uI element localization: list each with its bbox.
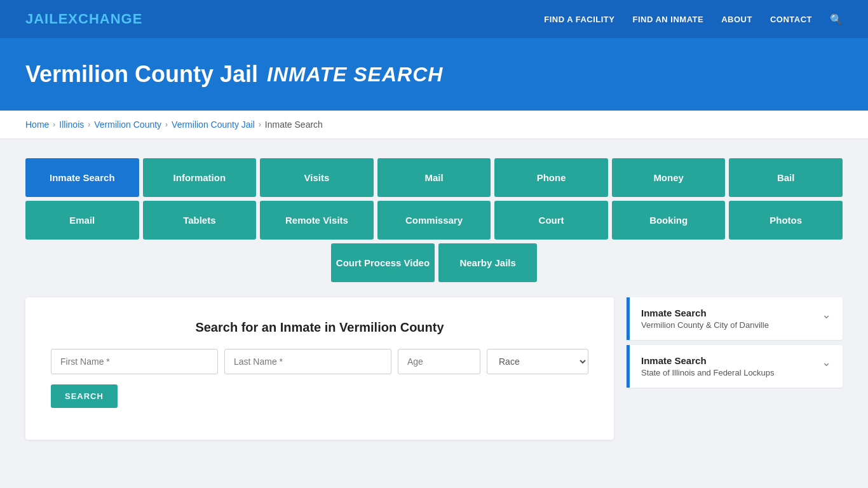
logo-jail: JAIL — [25, 11, 58, 27]
sidebar-item-text-1: Inmate Search Vermilion County & City of… — [641, 308, 769, 330]
nav-btn-photos[interactable]: Photos — [729, 201, 843, 240]
search-card: Search for an Inmate in Vermilion County… — [25, 297, 614, 440]
hero-subtitle-text: INMATE SEARCH — [267, 63, 443, 86]
nav-btn-email[interactable]: Email — [25, 201, 139, 240]
breadcrumb-sep-4: › — [259, 120, 261, 129]
nav-btn-nearby-jails[interactable]: Nearby Jails — [438, 243, 537, 282]
sidebar-item-sub-2: State of Illinois and Federal Lockups — [641, 368, 775, 377]
main-nav: FIND A FACILITY FIND AN INMATE ABOUT CON… — [544, 13, 843, 25]
nav-find-facility[interactable]: FIND A FACILITY — [544, 15, 614, 24]
breadcrumb-sep-1: › — [53, 120, 55, 129]
search-card-title: Search for an Inmate in Vermilion County — [51, 320, 588, 335]
sidebar-item-label-2: Inmate Search — [641, 355, 775, 366]
breadcrumb-inmate-search: Inmate Search — [265, 119, 323, 130]
breadcrumb-illinois[interactable]: Illinois — [59, 119, 84, 130]
nav-row-1: Inmate Search Information Visits Mail Ph… — [25, 158, 843, 197]
search-icon[interactable]: 🔍 — [830, 13, 843, 25]
logo-exchange: EXCHANGE — [58, 11, 143, 27]
hero-section: Vermilion County Jail INMATE SEARCH — [0, 38, 868, 111]
main-content: Inmate Search Information Visits Mail Ph… — [0, 139, 868, 459]
hero-title: Vermilion County Jail INMATE SEARCH — [25, 61, 843, 88]
nav-btn-commissary[interactable]: Commissary — [377, 201, 491, 240]
nav-btn-money[interactable]: Money — [612, 158, 726, 197]
nav-btn-court-process-video[interactable]: Court Process Video — [331, 243, 435, 282]
nav-btn-visits[interactable]: Visits — [260, 158, 374, 197]
nav-btn-court[interactable]: Court — [494, 201, 608, 240]
breadcrumb-sep-3: › — [165, 120, 168, 129]
sidebar-item-1[interactable]: Inmate Search Vermilion County & City of… — [627, 297, 843, 340]
nav-contact[interactable]: CONTACT — [770, 15, 812, 24]
nav-btn-phone[interactable]: Phone — [494, 158, 608, 197]
sidebar-item-2[interactable]: Inmate Search State of Illinois and Fede… — [627, 345, 843, 388]
nav-btn-mail[interactable]: Mail — [377, 158, 491, 197]
nav-btn-booking[interactable]: Booking — [612, 201, 726, 240]
nav-row-2: Email Tablets Remote Visits Commissary C… — [25, 201, 843, 240]
sidebar: Inmate Search Vermilion County & City of… — [627, 297, 843, 393]
nav-btn-tablets[interactable]: Tablets — [143, 201, 257, 240]
last-name-input[interactable] — [224, 349, 391, 374]
nav-btn-information[interactable]: Information — [143, 158, 257, 197]
age-input[interactable] — [398, 349, 480, 374]
search-form: Race White Black Hispanic Asian Other — [51, 349, 588, 374]
chevron-down-icon-1: ⌄ — [822, 308, 831, 322]
breadcrumb: Home › Illinois › Vermilion County › Ver… — [25, 119, 843, 130]
nav-about[interactable]: ABOUT — [721, 15, 752, 24]
nav-find-inmate[interactable]: FIND AN INMATE — [632, 15, 703, 24]
logo[interactable]: JAILEXCHANGE — [25, 11, 142, 27]
breadcrumb-vermilion-county[interactable]: Vermilion County — [94, 119, 161, 130]
header: JAILEXCHANGE FIND A FACILITY FIND AN INM… — [0, 0, 868, 38]
search-button[interactable]: SEARCH — [51, 384, 118, 408]
hero-title-text: Vermilion County Jail — [25, 61, 258, 88]
content-area: Search for an Inmate in Vermilion County… — [25, 297, 843, 440]
breadcrumb-jail[interactable]: Vermilion County Jail — [172, 119, 255, 130]
nav-row-3: Court Process Video Nearby Jails — [25, 243, 843, 282]
nav-btn-remote-visits[interactable]: Remote Visits — [260, 201, 374, 240]
breadcrumb-sep-2: › — [88, 120, 90, 129]
sidebar-item-text-2: Inmate Search State of Illinois and Fede… — [641, 355, 775, 377]
sidebar-item-sub-1: Vermilion County & City of Danville — [641, 320, 769, 330]
breadcrumb-bar: Home › Illinois › Vermilion County › Ver… — [0, 111, 868, 139]
race-select[interactable]: Race White Black Hispanic Asian Other — [487, 349, 588, 374]
breadcrumb-home[interactable]: Home — [25, 119, 49, 130]
first-name-input[interactable] — [51, 349, 218, 374]
sidebar-item-label-1: Inmate Search — [641, 308, 769, 318]
nav-btn-inmate-search[interactable]: Inmate Search — [25, 158, 139, 197]
chevron-down-icon-2: ⌄ — [822, 355, 831, 369]
nav-btn-bail[interactable]: Bail — [729, 158, 843, 197]
